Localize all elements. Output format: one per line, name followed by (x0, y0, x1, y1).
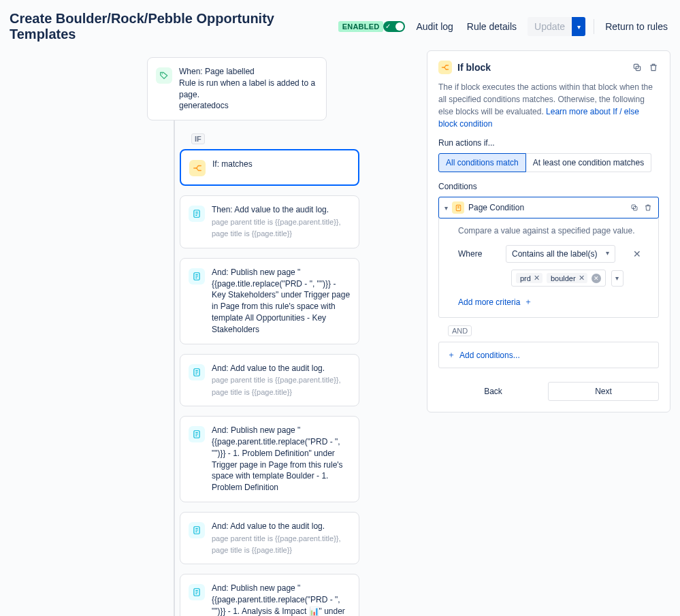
step-card[interactable]: And: Publish new page "{{page.parent.tit… (180, 574, 359, 616)
step-sub: page title is {{page.title}} (212, 387, 341, 398)
remove-chip-icon[interactable]: ✕ (534, 274, 540, 282)
condition-mode-segmented: All conditions match At least one condit… (438, 153, 659, 172)
update-button: Update (528, 17, 572, 36)
all-conditions-option[interactable]: All conditions match (438, 153, 526, 172)
if-label: If: matches (212, 159, 253, 170)
step-main: And: Add value to the audit log. (212, 521, 341, 532)
step-sub: page parent title is {{page.parent.title… (212, 375, 341, 385)
condition-name: Page Condition (468, 203, 626, 212)
and-badge: AND (448, 325, 472, 336)
update-dropdown-button[interactable]: ▾ (572, 17, 585, 36)
audit-log-link[interactable]: Audit log (413, 18, 455, 35)
panel-description: The if block executes the actions within… (438, 81, 659, 130)
page-icon (189, 206, 205, 222)
chevron-down-icon: ▾ (577, 23, 581, 31)
step-main: And: Publish new page "{{page.parent.tit… (212, 425, 351, 493)
copy-icon[interactable] (630, 203, 639, 212)
plus-icon: ＋ (524, 296, 532, 308)
remove-criteria-button[interactable]: ✕ (630, 247, 644, 261)
step-main: Then: Add value to the audit log. (212, 204, 341, 216)
page-title: Create Boulder/Rock/Pebble Opportunity T… (10, 11, 331, 42)
step-main: And: Add value to the audit log. (212, 363, 341, 374)
if-block-panel: If block The if block executes the actio… (427, 50, 670, 412)
any-condition-option[interactable]: At least one condition matches (526, 153, 651, 172)
update-button-group: Update ▾ (528, 17, 585, 36)
label-chip: boulder ✕ (547, 273, 587, 283)
add-criteria-button[interactable]: Add more criteria ＋ (458, 296, 650, 308)
rule-details-link[interactable]: Rule details (464, 18, 519, 35)
step-sub: page title is {{page.title}} (212, 545, 341, 555)
divider (594, 19, 594, 34)
rule-enabled-toggle[interactable]: ✓ (383, 21, 405, 32)
operator-select[interactable]: Contains all the label(s) (506, 245, 615, 263)
step-main: And: Publish new page "{{page.title.repl… (212, 267, 351, 336)
chevron-down-icon[interactable]: ▾ (444, 204, 448, 212)
page-icon (189, 584, 205, 600)
clear-labels-icon[interactable]: ✕ (592, 274, 601, 283)
tag-icon (156, 67, 172, 84)
svg-point-0 (162, 74, 163, 75)
step-card[interactable]: And: Add value to the audit log. page pa… (180, 512, 359, 565)
enabled-badge: ENABLED (338, 21, 384, 32)
where-label: Where (458, 249, 491, 259)
if-badge: IF (191, 133, 205, 144)
step-main: And: Publish new page "{{page.parent.tit… (212, 583, 351, 616)
condition-header[interactable]: ▾ Page Condition (438, 197, 659, 218)
branch-icon (189, 160, 206, 176)
page-header: Create Boulder/Rock/Pebble Opportunity T… (0, 0, 680, 50)
trigger-card[interactable]: When: Page labelled Rule is run when a l… (147, 57, 327, 120)
back-button[interactable]: Back (438, 383, 548, 400)
page-icon (189, 426, 205, 442)
next-button[interactable]: Next (548, 382, 659, 401)
step-card[interactable]: And: Add value to the audit log. page pa… (180, 354, 359, 407)
trigger-desc: Rule is run when a label is added to a p… (179, 78, 318, 101)
labels-dropdown-toggle[interactable]: ▾ (611, 270, 624, 287)
step-sub: page title is {{page.title}} (212, 229, 341, 239)
page-condition-icon (452, 201, 464, 214)
page-icon (189, 268, 205, 285)
chip-text: boulder (551, 274, 576, 282)
check-icon: ✓ (385, 21, 391, 32)
labels-input[interactable]: prd ✕ boulder ✕ ✕ (511, 270, 606, 287)
label-chip: prd ✕ (516, 273, 543, 283)
condition-help: Compare a value against a specified page… (458, 226, 650, 236)
step-card[interactable]: And: Publish new page "{{page.title.repl… (180, 258, 359, 344)
panel-title: If block (457, 62, 626, 73)
step-sub: page parent title is {{page.parent.title… (212, 217, 341, 227)
step-card[interactable]: And: Publish new page "{{page.parent.tit… (180, 416, 359, 502)
trash-icon[interactable] (648, 62, 659, 73)
add-criteria-label: Add more criteria (458, 297, 520, 307)
conditions-section-label: Conditions (438, 182, 659, 191)
trigger-label: generatedocs (179, 100, 318, 112)
remove-chip-icon[interactable]: ✕ (579, 274, 585, 282)
return-to-rules-link[interactable]: Return to rules (602, 18, 670, 35)
page-icon (189, 522, 205, 538)
if-block-card[interactable]: If: matches (180, 149, 359, 186)
page-icon (189, 364, 205, 380)
connector-line (174, 99, 175, 616)
copy-icon[interactable] (632, 62, 643, 73)
chip-text: prd (520, 274, 531, 282)
condition-block: ▾ Page Condition Compare a value against… (438, 197, 659, 318)
run-actions-label: Run actions if... (438, 138, 659, 148)
step-card[interactable]: Then: Add value to the audit log. page p… (180, 195, 359, 248)
trigger-when: When: Page labelled (179, 66, 318, 78)
add-conditions-button[interactable]: ＋ Add conditions... (438, 342, 659, 368)
branch-icon (438, 61, 452, 74)
plus-icon: ＋ (447, 349, 455, 361)
add-conditions-label: Add conditions... (459, 351, 520, 360)
step-sub: page parent title is {{page.parent.title… (212, 534, 341, 544)
trash-icon[interactable] (643, 203, 653, 212)
